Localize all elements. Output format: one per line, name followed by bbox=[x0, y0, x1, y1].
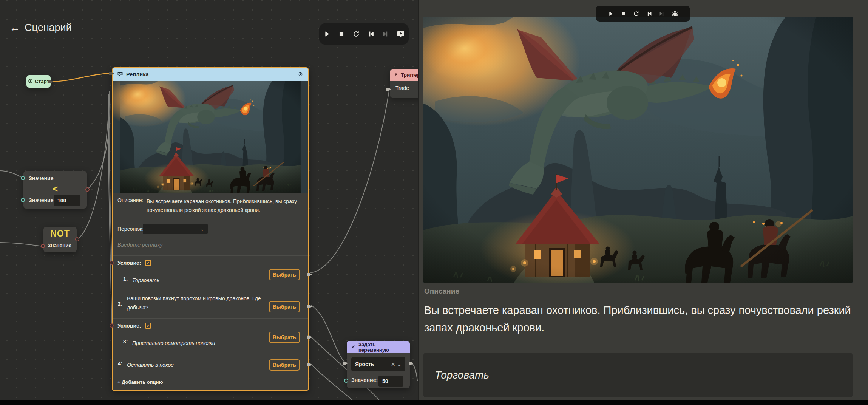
option-2-number: 2: bbox=[118, 301, 122, 307]
choose-option-2-button[interactable]: Выбрать bbox=[269, 301, 300, 312]
preview-option-text: Торговать bbox=[435, 369, 489, 381]
set-variable-node[interactable]: Задать переменную Ярость ✕ ⌄ Значение: bbox=[347, 341, 410, 388]
start-node-label: Старт bbox=[35, 79, 49, 84]
trigger-node-title: Триггер bbox=[401, 72, 418, 78]
preview-description-label: Описание bbox=[424, 287, 459, 295]
description-text: Вы встречаете караван охотников. Приблиз… bbox=[147, 197, 305, 215]
clear-icon[interactable]: ✕ bbox=[391, 362, 395, 367]
check-icon: ✔ bbox=[146, 324, 150, 328]
condition-row-2: Условие: ✔ bbox=[117, 323, 151, 329]
compare-output-port[interactable] bbox=[85, 187, 90, 192]
option-2-text: Ваши повозки пахнут порохом и кровью дра… bbox=[127, 294, 264, 312]
skip-to-start-icon[interactable] bbox=[646, 10, 653, 17]
speech-bubble-icon bbox=[117, 71, 123, 78]
set-variable-value-port[interactable] bbox=[344, 379, 348, 383]
set-variable-header: Задать переменную bbox=[347, 341, 410, 353]
bottom-bar bbox=[0, 400, 868, 405]
compare-value-input[interactable] bbox=[54, 195, 80, 206]
choose-option-4-button[interactable]: Выбрать bbox=[269, 359, 300, 371]
set-variable-value-label: Значение: bbox=[351, 377, 378, 383]
condition-label: Условие: bbox=[117, 323, 141, 329]
choose-option-1-button[interactable]: Выбрать bbox=[269, 269, 300, 280]
add-option-button[interactable]: + Добавить опцию bbox=[117, 379, 163, 385]
stop-icon[interactable] bbox=[620, 10, 627, 17]
not-node-title: NOT bbox=[43, 229, 77, 239]
preview-option-card[interactable]: Торговать bbox=[423, 353, 853, 397]
variable-select[interactable]: Ярость ✕ ⌄ bbox=[351, 357, 405, 371]
restart-icon[interactable] bbox=[633, 10, 640, 17]
option-3-number: 3: bbox=[123, 339, 128, 345]
option-4-text: Оставить в покое bbox=[127, 360, 174, 369]
option-4-number: 4: bbox=[118, 360, 122, 366]
option-3-text: Пристально осмотреть повозки bbox=[132, 339, 215, 348]
set-variable-title: Задать переменную bbox=[358, 342, 406, 353]
description-label: Описание: bbox=[117, 197, 143, 203]
node-editor-canvas[interactable]: ← Сценарий Старт Реплика bbox=[0, 0, 418, 405]
option-1-text: Торговать bbox=[132, 276, 159, 285]
replica-node[interactable]: Реплика Описание: Вы встречаете караван … bbox=[112, 67, 309, 391]
not-node[interactable]: NOT Значение bbox=[43, 227, 77, 252]
choose-option-3-button[interactable]: Выбрать bbox=[269, 332, 300, 343]
character-select[interactable]: ⌄ bbox=[143, 224, 208, 234]
start-node[interactable]: Старт bbox=[26, 75, 51, 88]
trigger-node[interactable]: Триггер Trade bbox=[390, 69, 418, 98]
preview-playback-toolbar bbox=[596, 6, 690, 22]
line-input[interactable]: Введите реплику bbox=[117, 242, 163, 248]
compare-input1-label: Значение bbox=[29, 175, 53, 181]
trigger-value: Trade bbox=[395, 85, 409, 91]
skip-to-end-icon[interactable] bbox=[658, 10, 666, 17]
condition-row-1: Условие: ✔ bbox=[117, 260, 151, 266]
not-input-label: Значение bbox=[48, 243, 71, 248]
compare-input1-port[interactable] bbox=[21, 176, 25, 180]
condition-1-port[interactable] bbox=[110, 261, 114, 265]
replica-node-title: Реплика bbox=[126, 71, 149, 77]
condition-2-port[interactable] bbox=[110, 323, 114, 328]
variable-select-value: Ярость bbox=[355, 361, 374, 367]
compare-input2-port[interactable] bbox=[21, 198, 25, 202]
preview-panel: Описание Вы встречаете караван охотников… bbox=[418, 0, 868, 405]
replica-node-header[interactable]: Реплика bbox=[113, 68, 308, 81]
pencil-icon bbox=[351, 344, 356, 350]
gear-icon[interactable] bbox=[297, 71, 304, 78]
compare-input2-label: Значение: bbox=[29, 197, 55, 203]
target-icon bbox=[28, 79, 33, 85]
preview-description-text: Вы встречаете караван охотников. Приблиз… bbox=[424, 301, 857, 336]
set-variable-value-input[interactable] bbox=[378, 376, 403, 387]
check-icon: ✔ bbox=[146, 261, 150, 265]
condition-checkbox-1[interactable]: ✔ bbox=[145, 260, 151, 266]
trigger-node-header: Триггер bbox=[390, 69, 418, 81]
condition-label: Условие: bbox=[117, 260, 141, 266]
play-icon[interactable] bbox=[607, 10, 614, 17]
condition-checkbox-2[interactable]: ✔ bbox=[145, 323, 151, 329]
not-input-port[interactable] bbox=[41, 244, 45, 248]
option-1-number: 1: bbox=[123, 276, 128, 282]
chevron-down-icon[interactable]: ⌄ bbox=[397, 362, 402, 367]
character-label: Персонаж: bbox=[117, 226, 144, 232]
compare-node[interactable]: Значение < Значение: bbox=[23, 171, 87, 209]
compare-operator: < bbox=[23, 184, 87, 194]
chevron-down-icon: ⌄ bbox=[200, 227, 204, 232]
scene-image bbox=[423, 17, 853, 283]
lightning-icon bbox=[394, 72, 398, 78]
not-output-port[interactable] bbox=[75, 237, 79, 241]
replica-node-image bbox=[113, 81, 308, 193]
debug-icon[interactable] bbox=[671, 10, 679, 17]
